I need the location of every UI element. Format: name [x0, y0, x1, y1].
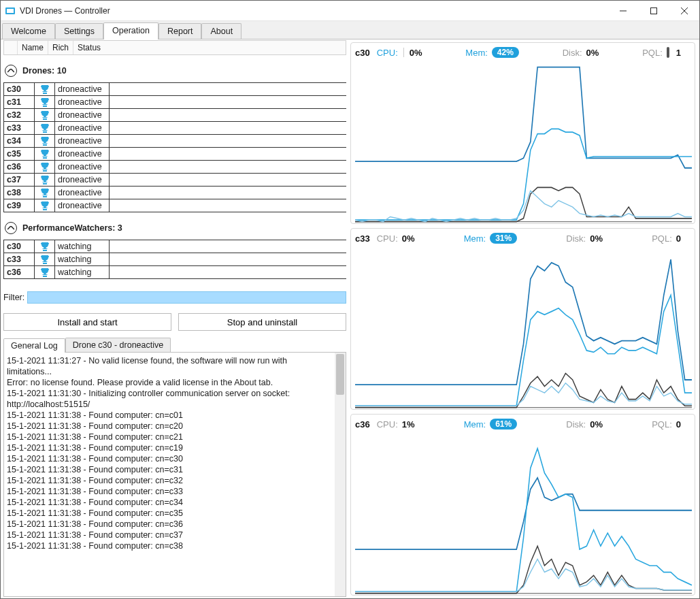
- cell-status: droneactive: [55, 148, 110, 161]
- tab-report[interactable]: Report: [159, 23, 202, 39]
- chevron-up-icon: [5, 65, 17, 77]
- cpu-value: 0%: [410, 48, 422, 58]
- trophy-icon: [35, 253, 55, 266]
- app-icon: [5, 5, 16, 16]
- chart: [355, 61, 692, 223]
- cell-fill: [110, 109, 347, 122]
- log-line: 15-1-2021 11:31:38 - Found computer: cn=…: [7, 442, 333, 453]
- drones-section: Drones: 10 c30droneactivec31droneactivec…: [3, 61, 346, 212]
- chevron-up-icon: [5, 222, 17, 234]
- trophy-icon: [35, 161, 55, 174]
- cell-name: c33: [4, 253, 35, 266]
- col-status[interactable]: Status: [73, 41, 105, 54]
- log-line: 15-1-2021 11:31:38 - Found computer: cn=…: [7, 432, 333, 442]
- table-row[interactable]: c38droneactive: [4, 187, 347, 199]
- cell-status: droneactive: [55, 161, 110, 174]
- cell-name: c33: [4, 122, 35, 135]
- table-row[interactable]: c31droneactive: [4, 96, 347, 109]
- disk-value: 0%: [586, 48, 599, 58]
- cpu-label: CPU:: [377, 48, 398, 58]
- svg-rect-16: [43, 250, 47, 251]
- drones-title: Drones: 10: [22, 66, 67, 76]
- pql-label: PQL:: [652, 419, 672, 430]
- log-line: 15-1-2021 11:31:38 - Found computer: cn=…: [7, 486, 333, 497]
- cell-name: c30: [4, 240, 35, 253]
- log-line: Error: no license found. Please provide …: [7, 377, 333, 388]
- log-line: 15-1-2021 11:31:38 - Found computer: cn=…: [7, 530, 333, 540]
- table-row[interactable]: c36droneactive: [4, 161, 347, 174]
- cpu-value: 1%: [402, 419, 415, 430]
- svg-rect-13: [43, 183, 47, 184]
- cell-fill: [110, 266, 347, 279]
- tab-welcome[interactable]: Welcome: [2, 23, 55, 39]
- drones-header[interactable]: Drones: 10: [5, 65, 346, 77]
- panel-host: c36: [355, 419, 370, 430]
- cell-status: droneactive: [55, 199, 110, 212]
- log-line: 15-1-2021 11:31:38 - Found computer: cn=…: [7, 497, 333, 508]
- table-row[interactable]: c30watching: [4, 240, 347, 253]
- scrollbar[interactable]: [335, 353, 346, 596]
- mem-label: Mem:: [464, 233, 486, 244]
- trophy-icon: [35, 96, 55, 109]
- cell-fill: [110, 122, 347, 135]
- trophy-icon: [35, 135, 55, 148]
- cell-status: droneactive: [55, 122, 110, 135]
- cell-name: c32: [4, 109, 35, 122]
- table-row[interactable]: c34droneactive: [4, 135, 347, 148]
- chart: [355, 432, 692, 595]
- watchers-header[interactable]: PerformanceWatchers: 3: [5, 222, 346, 234]
- mem-value: 31%: [490, 233, 517, 244]
- cell-fill: [110, 253, 347, 266]
- trophy-icon: [35, 266, 55, 279]
- cell-status: watching: [55, 266, 110, 279]
- disk-label: Disk:: [563, 48, 582, 58]
- col-name[interactable]: Name: [18, 41, 48, 54]
- chart: [355, 246, 692, 409]
- col-rich[interactable]: Rich: [48, 41, 73, 54]
- log-line: 15-1-2021 11:31:38 - Found computer: cn=…: [7, 410, 333, 421]
- table-row[interactable]: c36watching: [4, 266, 347, 279]
- maximize-button[interactable]: [638, 1, 669, 20]
- tab-settings[interactable]: Settings: [55, 23, 103, 39]
- watchers-section: PerformanceWatchers: 3 c30watchingc33wat…: [3, 218, 346, 279]
- tab-operation[interactable]: Operation: [103, 22, 159, 39]
- stop-uninstall-button[interactable]: Stop and uninstall: [178, 313, 346, 331]
- cell-fill: [110, 135, 347, 148]
- filter-label: Filter:: [3, 293, 24, 302]
- close-button[interactable]: [669, 1, 699, 20]
- filter-input[interactable]: [27, 291, 346, 304]
- right-pane: c30CPU:0%Mem:42%Disk:0%PQL:1c33CPU:0%Mem…: [348, 39, 699, 598]
- cell-name: c38: [4, 187, 35, 199]
- table-row[interactable]: c35droneactive: [4, 148, 347, 161]
- log-tabstrip: General LogDrone c30 - droneactive: [3, 338, 346, 353]
- disk-label: Disk:: [566, 233, 586, 244]
- scrollbar-thumb[interactable]: [336, 354, 344, 395]
- table-row[interactable]: c32droneactive: [4, 109, 347, 122]
- main-tabstrip: WelcomeSettingsOperationReportAbout: [1, 21, 699, 39]
- cell-status: droneactive: [55, 83, 110, 96]
- tab-about[interactable]: About: [201, 23, 241, 39]
- cpu-value: 0%: [402, 233, 415, 244]
- panel-host: c30: [355, 48, 370, 58]
- minimize-button[interactable]: [607, 1, 638, 20]
- table-row[interactable]: c30droneactive: [4, 83, 347, 96]
- cell-status: droneactive: [55, 135, 110, 148]
- svg-rect-12: [43, 170, 47, 172]
- log-line: 15-1-2021 11:31:38 - Found computer: cn=…: [7, 421, 333, 432]
- svg-rect-7: [43, 106, 47, 107]
- svg-rect-3: [650, 7, 656, 14]
- log-tab[interactable]: Drone c30 - droneactive: [65, 338, 171, 352]
- table-row[interactable]: c33droneactive: [4, 122, 347, 135]
- cell-status: droneactive: [55, 174, 110, 187]
- table-row[interactable]: c33watching: [4, 253, 347, 266]
- table-row[interactable]: c37droneactive: [4, 174, 347, 187]
- filter-row: Filter:: [3, 291, 346, 304]
- cell-status: droneactive: [55, 187, 110, 199]
- log-lines[interactable]: 15-1-2021 11:31:27 - No valid license fo…: [7, 355, 333, 594]
- pql-value: 1: [676, 48, 681, 58]
- log-tab[interactable]: General Log: [3, 338, 65, 353]
- install-start-button[interactable]: Install and start: [3, 313, 171, 331]
- table-row[interactable]: c39droneactive: [4, 199, 347, 212]
- cell-name: c36: [4, 161, 35, 174]
- cell-status: watching: [55, 253, 110, 266]
